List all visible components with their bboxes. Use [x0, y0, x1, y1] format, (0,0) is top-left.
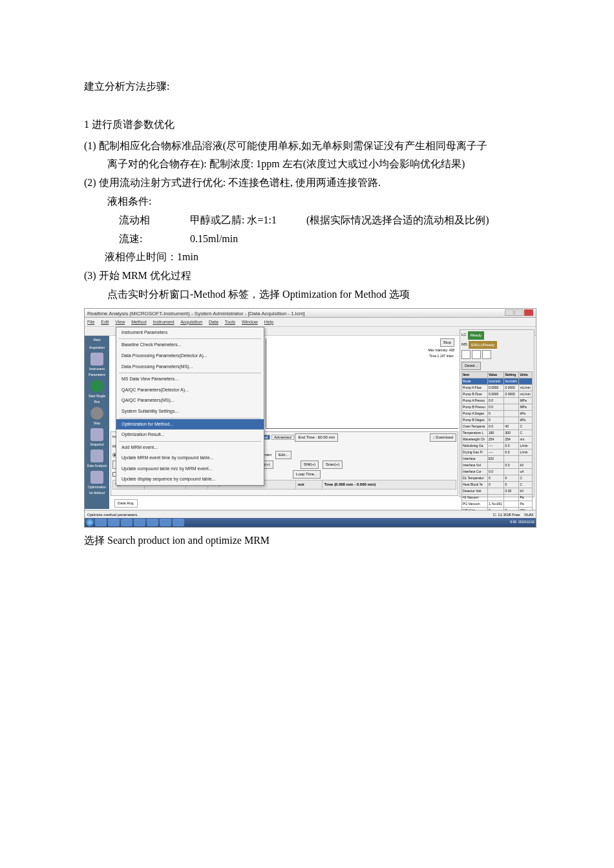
- status-row: Pump B Flow0.00000.0000mL/min: [462, 391, 533, 398]
- sidebar-start-run[interactable]: Start Single Run: [87, 380, 107, 405]
- step-1-3: (3) 开始 MRM 优化过程: [84, 267, 530, 285]
- lc-status: Ready: [468, 331, 484, 340]
- start-orb-icon[interactable]: [86, 519, 94, 526]
- task-item[interactable]: [147, 519, 158, 526]
- dropdown-item[interactable]: QA/QC Parameters(Detector A)...: [116, 385, 264, 396]
- status-row: Oven Temperat0.040C: [462, 424, 533, 430]
- task-item[interactable]: [121, 519, 132, 526]
- status-row: Pump A Degas0kPa: [462, 411, 533, 417]
- data-acq-tab[interactable]: Data Acq.: [114, 499, 138, 508]
- flow-rate-value: 0.15ml/min: [190, 230, 238, 249]
- status-text: Optimize method parameters.: [87, 512, 138, 517]
- flow-phase-label: 流动相: [119, 211, 190, 230]
- status-row: Interface Cur0.0uA: [462, 469, 533, 475]
- sidebar-main[interactable]: Main: [87, 337, 107, 343]
- status-box-icon[interactable]: [461, 350, 471, 359]
- status-row: Pump B Degas0kPa: [462, 417, 533, 424]
- detail-button[interactable]: Detail...: [461, 362, 481, 370]
- menu-window[interactable]: Window: [242, 320, 258, 324]
- loop-time-button[interactable]: Loop Time...: [293, 470, 321, 479]
- lp-conditions: 液相条件:: [84, 192, 530, 211]
- flow-phase-value: 甲醇或乙腈: 水=1:1: [190, 211, 306, 230]
- menu-tools[interactable]: Tools: [225, 320, 235, 324]
- chart-time-label: Time 1.137 Inten.: [428, 353, 454, 359]
- flow-phase-note: (根据实际情况选择合适的流动相及比例): [306, 211, 489, 230]
- dropdown-item[interactable]: Baseline Check Parameters...: [116, 340, 264, 351]
- sidebar-acquisition[interactable]: Acquisition: [87, 345, 107, 351]
- stop-icon: [90, 407, 103, 420]
- sim-button[interactable]: SIM(+): [301, 460, 319, 469]
- dropdown-item[interactable]: Update display sequence by compound tabl…: [116, 474, 264, 485]
- menu-instrument[interactable]: Instrument: [153, 320, 175, 324]
- dropdown-item[interactable]: System Suitability Settings...: [116, 406, 264, 417]
- th-mz: m/z: [295, 480, 322, 489]
- menu-view[interactable]: View: [115, 320, 125, 324]
- scan-button[interactable]: Scan(+): [323, 460, 343, 469]
- sidebar-stop[interactable]: Stop: [87, 407, 107, 426]
- dropdown-item[interactable]: Update compound table m/z by MRM event..…: [116, 464, 264, 475]
- status-table: ItemValueSettingUnitsModeIsocraticIsocra…: [461, 371, 533, 514]
- th-time: Time (0.000 min - 0.000 min): [322, 480, 456, 489]
- step-1-2: (2) 使用流动注射方式进行优化: 不连接色谱柱, 使用两通连接管路.: [84, 174, 530, 192]
- window-controls[interactable]: [505, 309, 533, 316]
- method-dropdown[interactable]: Instrument ParametersBaseline Check Para…: [116, 327, 264, 486]
- status-box-icon[interactable]: [472, 350, 481, 359]
- camera-icon: [90, 428, 103, 441]
- task-item[interactable]: [173, 519, 184, 526]
- dropdown-item[interactable]: Data Processing Parameters(Detector A)..…: [116, 351, 264, 362]
- dropdown-item[interactable]: Add MRM event...: [116, 442, 264, 453]
- menu-file[interactable]: File: [87, 320, 94, 324]
- status-row: ModeIsocraticIsocratic: [462, 378, 533, 385]
- step-1: 1 进行质谱参数优化: [84, 116, 530, 134]
- download-button[interactable]: ↓ Download: [430, 433, 456, 442]
- status-row: Pump A Flow0.00000.0000mL/min: [462, 385, 533, 391]
- step-1-1b: 离子对的化合物存在): 配制浓度: 1ppm 左右(浓度过大或过小均会影响优化结…: [84, 155, 530, 174]
- menu-acquisition[interactable]: Acquisition: [180, 320, 202, 324]
- sidebar-snapshot[interactable]: Snapshot: [87, 428, 107, 448]
- disk-free: C: 11.3GB Free: [493, 513, 520, 517]
- status-box-icon[interactable]: [482, 350, 491, 359]
- close-icon[interactable]: [524, 309, 533, 316]
- stop-button[interactable]: Stop: [440, 338, 454, 347]
- sidebar-optimization[interactable]: Optimization for Method: [87, 471, 107, 496]
- final-instruction: 选择 Search product ion and optimize MRM: [84, 532, 530, 550]
- dropdown-item[interactable]: Update MRM event time by compound table.…: [116, 453, 264, 464]
- edit-button[interactable]: Edit...: [275, 451, 291, 459]
- menu-help[interactable]: Help: [264, 320, 273, 324]
- menu-edit[interactable]: Edit: [101, 320, 109, 324]
- status-row: Interface Vol0.0kV: [462, 462, 533, 469]
- tab-advanced[interactable]: Advanced: [271, 435, 294, 440]
- status-row: DL Temperatur00C: [462, 475, 533, 482]
- status-bar: Optimize method parameters. C: 11.3GB Fr…: [85, 510, 536, 518]
- task-item[interactable]: [160, 519, 171, 526]
- dropdown-item[interactable]: Optimization Result...: [116, 429, 264, 440]
- menu-data[interactable]: Data: [209, 320, 218, 324]
- status-row: IG VacuumPa: [462, 495, 533, 501]
- stop-time: 液相停止时间：1min: [84, 248, 530, 267]
- sidebar-instrument-params[interactable]: Instrument Parameters: [87, 353, 107, 378]
- dropdown-item[interactable]: Optimization for Method...: [116, 419, 264, 430]
- status-row: Detector Volt0.00kV: [462, 488, 533, 495]
- status-row: Nebulizing Ga----0.0L/min: [462, 443, 533, 450]
- menu-method[interactable]: Method: [131, 320, 146, 324]
- task-item[interactable]: [95, 519, 107, 526]
- ms-status: ESI(+)/Ready: [469, 341, 497, 349]
- dropdown-item[interactable]: MS Data View Parameters...: [116, 374, 264, 385]
- step-1-3-sub: 点击实时分析窗口-Method 标签，选择 Optimization for M…: [84, 285, 530, 304]
- maximize-icon[interactable]: [514, 309, 524, 316]
- task-item[interactable]: [108, 519, 120, 526]
- taskbar[interactable]: 8:58 2010/12/16: [85, 518, 536, 527]
- dropdown-item[interactable]: QA/QC Parameters(MS)...: [116, 395, 264, 406]
- status-row: Temperature L180300C: [462, 430, 533, 437]
- dropdown-item[interactable]: Data Processing Parameters(MS)...: [116, 362, 264, 373]
- minimize-icon[interactable]: [505, 309, 514, 316]
- ms-label: MS: [461, 341, 467, 349]
- sidebar: Main Acquisition Instrument Parameters S…: [85, 336, 109, 509]
- dropdown-item[interactable]: Instrument Parameters: [116, 327, 264, 338]
- menu-bar[interactable]: File Edit View Method Instrument Acquisi…: [85, 318, 536, 327]
- task-item[interactable]: [134, 519, 145, 526]
- status-row: Wavelength Ch254254nm: [462, 437, 533, 443]
- window-titlebar[interactable]: Realtime Analysis (MICROSOFT-Instrument)…: [85, 309, 536, 318]
- sidebar-data-analysis[interactable]: Data Analysis: [87, 450, 107, 469]
- play-icon: [90, 380, 103, 393]
